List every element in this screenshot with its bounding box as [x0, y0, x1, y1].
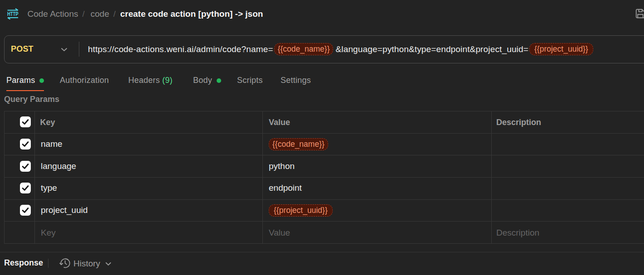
svg-text:HTTP: HTTP [7, 11, 19, 17]
